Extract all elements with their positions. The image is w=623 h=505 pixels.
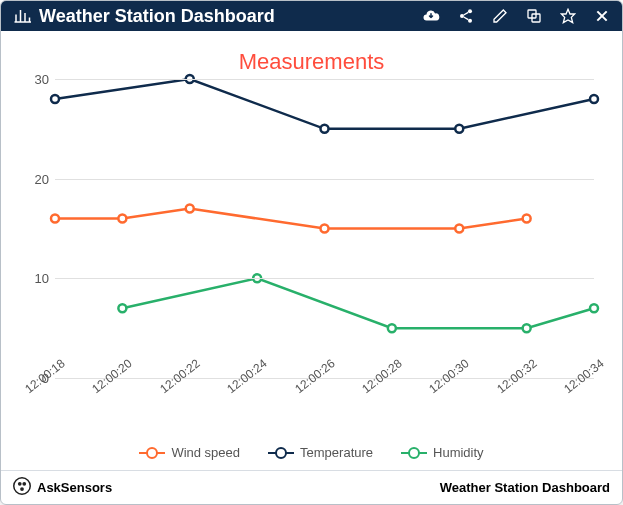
svg-point-16 [20,487,24,491]
footer: AskSensors Weather Station Dashboard [1,470,622,504]
legend-label: Humidity [433,445,484,460]
chart-lines [55,79,594,378]
legend-swatch-icon [139,448,165,458]
window-title-text: Weather Station Dashboard [39,6,275,27]
svg-point-7 [468,19,472,23]
legend-item-temperature[interactable]: Temperature [268,445,373,460]
share-icon[interactable] [458,8,474,24]
legend-item-wind-speed[interactable]: Wind speed [139,445,240,460]
gridline [55,179,594,180]
window-title: Weather Station Dashboard [13,6,414,27]
data-point[interactable] [455,125,463,133]
chart-plot[interactable]: 0102030 [55,79,594,379]
data-point[interactable] [51,95,59,103]
edit-icon[interactable] [492,8,508,24]
svg-point-15 [22,482,26,486]
chart-panel: Measurements 0102030 12:00:1812:00:2012:… [1,31,622,470]
close-icon[interactable] [594,8,610,24]
series-line [55,79,594,129]
cloud-download-icon[interactable] [422,7,440,25]
chart-bar-icon [13,7,31,25]
legend-swatch-icon [401,448,427,458]
chart-title: Measurements [19,49,604,75]
series-line [122,278,594,328]
gridline [55,79,594,80]
data-point[interactable] [321,125,329,133]
y-tick-label: 20 [19,171,49,186]
data-point[interactable] [186,205,194,213]
gridline [55,278,594,279]
svg-point-5 [468,9,472,13]
y-tick-label: 30 [19,72,49,87]
legend-swatch-icon [268,448,294,458]
legend-label: Temperature [300,445,373,460]
data-point[interactable] [523,324,531,332]
footer-right-text: Weather Station Dashboard [440,480,610,495]
svg-point-13 [14,478,31,495]
data-point[interactable] [523,215,531,223]
data-point[interactable] [388,324,396,332]
asksensors-logo-icon [13,477,31,498]
data-point[interactable] [118,304,126,312]
chart-legend: Wind speed Temperature Humidity [19,441,604,470]
legend-label: Wind speed [171,445,240,460]
titlebar-actions [422,7,610,25]
data-point[interactable] [321,225,329,233]
svg-point-6 [460,14,464,18]
footer-brand-text: AskSensors [37,480,112,495]
data-point[interactable] [118,215,126,223]
footer-brand[interactable]: AskSensors [13,477,112,498]
svg-marker-10 [561,9,574,22]
data-point[interactable] [51,215,59,223]
data-point[interactable] [590,95,598,103]
svg-point-14 [18,482,22,486]
dashboard-window: Weather Station Dashboard Measuremen [0,0,623,505]
data-point[interactable] [455,225,463,233]
star-icon[interactable] [560,8,576,24]
x-axis-labels: 12:00:1812:00:2012:00:2212:00:2412:00:26… [55,379,594,441]
copy-icon[interactable] [526,8,542,24]
y-tick-label: 10 [19,271,49,286]
titlebar: Weather Station Dashboard [1,1,622,31]
legend-item-humidity[interactable]: Humidity [401,445,484,460]
data-point[interactable] [590,304,598,312]
